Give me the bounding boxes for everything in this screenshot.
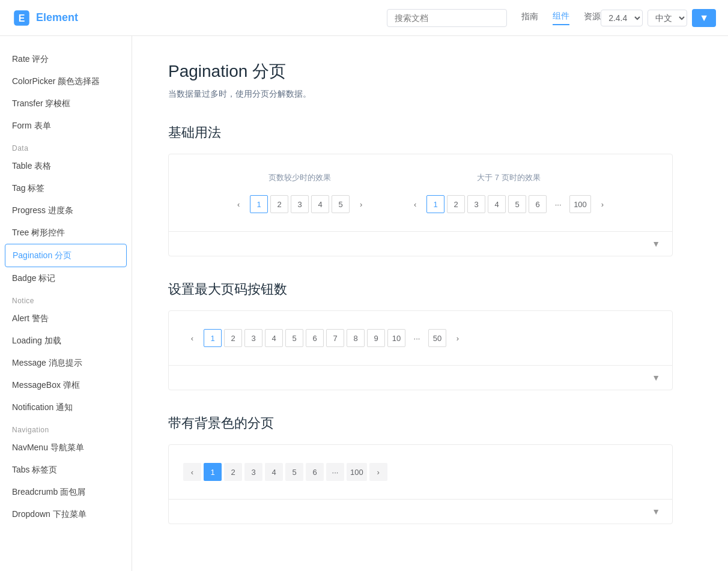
sidebar-item-message[interactable]: Message 消息提示 (0, 352, 132, 374)
lang-select[interactable]: 中文 (648, 10, 687, 26)
nav-resources[interactable]: 资源 (584, 11, 601, 25)
next-btn-max[interactable]: › (449, 329, 467, 347)
expand-code-icon-bg[interactable]: ▼ (652, 507, 660, 516)
next-btn-bg[interactable]: › (369, 463, 387, 481)
sidebar-item-rate[interactable]: Rate 评分 (0, 48, 132, 70)
page-btn-7-max[interactable]: 7 (326, 329, 344, 347)
page-dots-max: ··· (408, 329, 426, 347)
page-btn-5-bg[interactable]: 5 (285, 463, 303, 481)
page-btn-4-many[interactable]: 4 (488, 195, 506, 213)
sidebar-item-pagination[interactable]: Pagination 分页 (5, 244, 127, 267)
header: E Element 指南 组件 资源 2.4.4 中文 ▼ (0, 0, 728, 36)
demo-label-many: 大于 7 页时的效果 (477, 172, 540, 183)
logo[interactable]: E Element (12, 8, 78, 28)
page-btn-4-few[interactable]: 4 (311, 195, 329, 213)
page-description: 当数据量过多时，使用分页分解数据。 (168, 89, 673, 100)
demo-content-bg: ‹ 1 2 3 4 5 6 ··· 100 › (169, 445, 672, 499)
sidebar-item-loading[interactable]: Loading 加载 (0, 330, 132, 352)
page-btn-4-max[interactable]: 4 (265, 329, 283, 347)
pagination-few: ‹ 1 2 3 4 5 › (229, 195, 370, 213)
page-btn-6-bg[interactable]: 6 (306, 463, 324, 481)
sidebar-section-notice: Notice (0, 289, 132, 307)
demo-col-many-pages: 大于 7 页时的效果 ‹ 1 2 3 4 5 6 ··· 100 › (406, 172, 611, 213)
sidebar-item-table[interactable]: Table 表格 (0, 155, 132, 177)
page-btn-4-bg[interactable]: 4 (265, 463, 283, 481)
next-btn-few[interactable]: › (352, 195, 370, 213)
sidebar-item-tree[interactable]: Tree 树形控件 (0, 222, 132, 244)
section-title-max: 设置最大页码按钮数 (168, 280, 673, 298)
page-btn-5-max[interactable]: 5 (285, 329, 303, 347)
prev-btn-few[interactable]: ‹ (229, 195, 247, 213)
sidebar-section-data: Data (0, 137, 132, 155)
nav-components[interactable]: 组件 (553, 11, 569, 25)
pagination-bg: ‹ 1 2 3 4 5 6 ··· 100 › (183, 463, 658, 481)
page-btn-1-few[interactable]: 1 (250, 195, 268, 213)
page-btn-1-many[interactable]: 1 (426, 195, 444, 213)
sidebar-item-badge[interactable]: Badge 标记 (0, 267, 132, 289)
demo-footer-basic: ▼ (169, 231, 672, 256)
sidebar-item-messagebox[interactable]: MessageBox 弹框 (0, 374, 132, 396)
sidebar-item-dropdown[interactable]: Dropdown 下拉菜单 (0, 503, 132, 525)
section-title-bg: 带有背景色的分页 (168, 414, 673, 432)
page-btn-50-max[interactable]: 50 (428, 329, 446, 347)
next-btn-many[interactable]: › (593, 195, 611, 213)
sidebar-item-progress[interactable]: Progress 进度条 (0, 199, 132, 222)
page-title: Pagination 分页 (168, 60, 673, 83)
page-btn-3-few[interactable]: 3 (291, 195, 309, 213)
sidebar-item-tabs[interactable]: Tabs 标签页 (0, 459, 132, 481)
prev-btn-bg[interactable]: ‹ (183, 463, 201, 481)
nav-guide[interactable]: 指南 (521, 11, 538, 25)
page-btn-5-many[interactable]: 5 (508, 195, 526, 213)
pagination-many: ‹ 1 2 3 4 5 6 ··· 100 › (406, 195, 611, 213)
sidebar-item-breadcrumb[interactable]: Breadcrumb 面包屑 (0, 481, 132, 503)
page-btn-100-bg[interactable]: 100 (347, 463, 367, 481)
pagination-max: ‹ 1 2 3 4 5 6 7 8 9 10 ··· 50 › (183, 329, 658, 347)
expand-code-icon[interactable]: ▼ (652, 239, 660, 249)
demo-footer-max: ▼ (169, 365, 672, 390)
page-btn-3-max[interactable]: 3 (244, 329, 262, 347)
expand-button[interactable]: ▼ (692, 9, 716, 27)
layout: Rate 评分 ColorPicker 颜色选择器 Transfer 穿梭框 F… (0, 36, 728, 571)
page-dots-bg: ··· (326, 463, 344, 481)
search-input[interactable] (387, 9, 507, 27)
page-btn-9-max[interactable]: 9 (367, 329, 385, 347)
page-btn-3-bg[interactable]: 3 (244, 463, 262, 481)
page-btn-2-few[interactable]: 2 (270, 195, 288, 213)
logo-text: Element (36, 11, 78, 24)
svg-text:E: E (19, 13, 25, 23)
sidebar-item-notification[interactable]: Notification 通知 (0, 396, 132, 418)
expand-code-icon-max[interactable]: ▼ (652, 373, 660, 382)
page-btn-10-max[interactable]: 10 (387, 329, 405, 347)
prev-btn-many[interactable]: ‹ (406, 195, 424, 213)
page-btn-5-few[interactable]: 5 (332, 195, 350, 213)
page-btn-2-many[interactable]: 2 (447, 195, 465, 213)
main-content: Pagination 分页 当数据量过多时，使用分页分解数据。 基础用法 页数较… (132, 36, 709, 571)
prev-btn-max[interactable]: ‹ (183, 329, 201, 347)
page-btn-3-many[interactable]: 3 (467, 195, 485, 213)
demo-label-few: 页数较少时的效果 (268, 172, 331, 183)
version-select[interactable]: 2.4.4 (601, 10, 643, 26)
header-nav: 指南 组件 资源 (521, 11, 601, 25)
page-btn-1-bg[interactable]: 1 (204, 463, 222, 481)
page-btn-1-max[interactable]: 1 (204, 329, 222, 347)
demo-box-basic: 页数较少时的效果 ‹ 1 2 3 4 5 › 大于 7 页时的 (168, 154, 673, 256)
sidebar-item-navmenu[interactable]: NavMenu 导航菜单 (0, 437, 132, 459)
sidebar-item-transfer[interactable]: Transfer 穿梭框 (0, 92, 132, 115)
page-btn-100-many[interactable]: 100 (569, 195, 591, 213)
page-btn-6-many[interactable]: 6 (529, 195, 547, 213)
page-btn-2-max[interactable]: 2 (224, 329, 242, 347)
sidebar-item-colorpicker[interactable]: ColorPicker 颜色选择器 (0, 70, 132, 92)
page-btn-8-max[interactable]: 8 (347, 329, 365, 347)
section-title-basic: 基础用法 (168, 124, 673, 142)
page-btn-6-max[interactable]: 6 (306, 329, 324, 347)
sidebar: Rate 评分 ColorPicker 颜色选择器 Transfer 穿梭框 F… (0, 36, 132, 571)
page-btn-2-bg[interactable]: 2 (224, 463, 242, 481)
sidebar-section-navigation: Navigation (0, 418, 132, 437)
sidebar-item-form[interactable]: Form 表单 (0, 115, 132, 137)
demo-box-max: ‹ 1 2 3 4 5 6 7 8 9 10 ··· 50 › ▼ (168, 310, 673, 390)
demo-box-bg: ‹ 1 2 3 4 5 6 ··· 100 › ▼ (168, 444, 673, 524)
page-dots-many: ··· (549, 195, 567, 213)
sidebar-item-tag[interactable]: Tag 标签 (0, 177, 132, 199)
demo-content-max: ‹ 1 2 3 4 5 6 7 8 9 10 ··· 50 › (169, 311, 672, 365)
sidebar-item-alert[interactable]: Alert 警告 (0, 307, 132, 330)
